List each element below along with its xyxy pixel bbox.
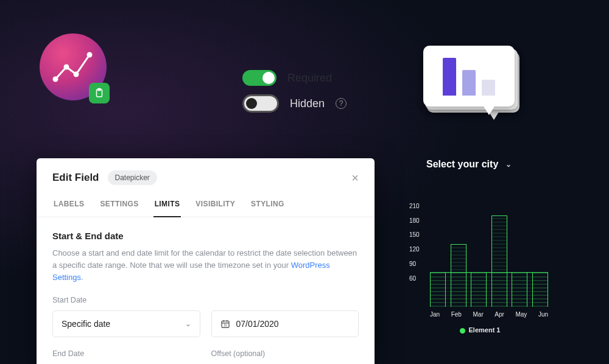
bar-icon	[482, 80, 495, 96]
section-description: Choose a start and end date limit for th…	[52, 247, 359, 284]
chart-bar	[451, 244, 466, 307]
legend-text: Element 1	[469, 326, 501, 334]
analytics-icon	[52, 49, 94, 85]
tab-styling[interactable]: STYLING	[250, 194, 286, 217]
svg-point-2	[74, 72, 79, 77]
y-tick-label: 150	[409, 231, 420, 238]
svg-text:31: 31	[224, 324, 227, 327]
y-tick-label: 210	[409, 203, 420, 209]
start-date-input[interactable]: 31 07/01/2020	[211, 310, 359, 337]
city-bar-chart: JanFebMarAprMayJun Element 1 60901201501…	[409, 201, 551, 341]
chart-bar	[532, 272, 548, 307]
close-icon[interactable]: ×	[351, 171, 359, 185]
svg-point-1	[64, 65, 69, 70]
tab-limits[interactable]: LIMITS	[153, 194, 181, 217]
chevron-down-icon: ⌄	[505, 160, 512, 169]
x-tick-label: May	[515, 311, 527, 318]
start-date-type-select[interactable]: Specific date ⌄	[52, 310, 200, 337]
modal-body: Start & End date Choose a start and end …	[37, 217, 375, 364]
toggle-group: Required Hidden ?	[242, 70, 347, 121]
date-value: 07/01/2020	[236, 319, 279, 329]
x-tick-label: Mar	[473, 311, 483, 318]
tab-visibility[interactable]: VISIBILITY	[194, 194, 236, 217]
select-value: Specific date	[62, 319, 110, 329]
toggle-hidden-row: Hidden ?	[242, 94, 347, 113]
help-icon[interactable]: ?	[336, 98, 347, 109]
toggle-required-label: Required	[287, 72, 332, 85]
modal-title: Edit Field	[52, 172, 99, 184]
clipboard-badge	[89, 83, 110, 103]
y-tick-label: 120	[409, 246, 420, 253]
chart-preview-card	[423, 46, 515, 122]
svg-point-3	[87, 52, 93, 58]
offset-label: Offset (optional)	[211, 349, 359, 358]
bar-icon	[462, 70, 476, 96]
section-title: Start & End date	[52, 231, 359, 241]
chart-legend: Element 1	[409, 326, 551, 334]
calendar-icon: 31	[220, 319, 230, 329]
city-selector-label: Select your city	[426, 159, 498, 170]
y-tick-label: 180	[409, 217, 420, 223]
app-logo	[40, 33, 107, 100]
end-date-label: End Date	[52, 349, 200, 358]
chart-bar	[512, 272, 527, 307]
chart-bar	[491, 215, 507, 307]
start-date-label: Start Date	[52, 296, 200, 304]
chart-bar	[430, 272, 446, 307]
clipboard-icon	[94, 88, 105, 99]
toggle-hidden-label: Hidden	[290, 97, 325, 110]
chevron-down-icon: ⌄	[185, 320, 191, 328]
toggle-required[interactable]	[242, 70, 276, 86]
field-type-chip: Datepicker	[108, 170, 157, 185]
tab-settings[interactable]: SETTINGS	[99, 194, 139, 217]
y-tick-label: 60	[409, 275, 416, 281]
x-tick-label: Jan	[430, 311, 440, 318]
x-tick-label: Apr	[495, 311, 504, 318]
svg-point-0	[53, 77, 58, 82]
city-selector[interactable]: Select your city ⌄	[426, 159, 512, 170]
bar-preview	[423, 46, 515, 107]
x-tick-label: Feb	[451, 311, 462, 318]
y-tick-label: 90	[409, 260, 416, 267]
toggle-required-row: Required	[242, 70, 347, 86]
modal-header: Edit Field Datepicker ×	[37, 158, 375, 194]
toggle-hidden[interactable]	[242, 94, 279, 113]
modal-tabs: LABELS SETTINGS LIMITS VISIBILITY STYLIN…	[37, 194, 375, 217]
edit-field-modal: Edit Field Datepicker × LABELS SETTINGS …	[37, 158, 375, 364]
x-tick-label: Jun	[538, 311, 548, 318]
bar-icon	[443, 58, 456, 96]
tab-labels[interactable]: LABELS	[52, 194, 85, 217]
chart-bar	[471, 272, 487, 307]
legend-dot-icon	[460, 328, 465, 334]
